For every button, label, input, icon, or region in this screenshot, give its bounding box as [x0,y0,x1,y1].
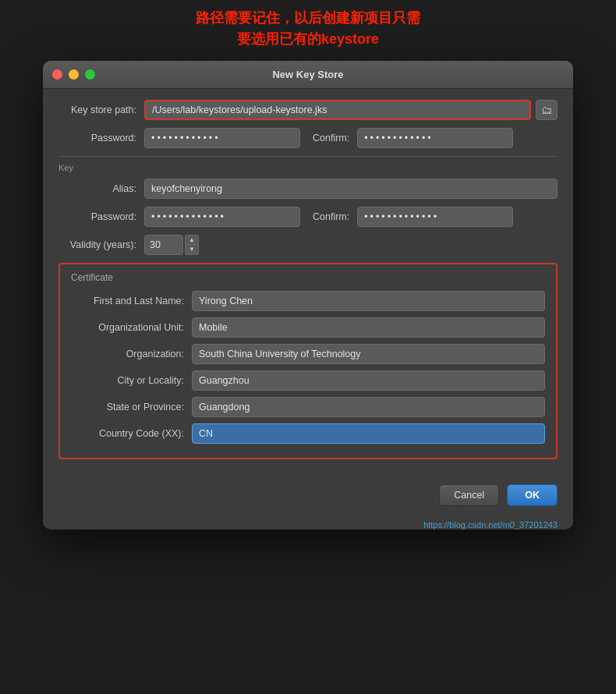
folder-browse-button[interactable]: 🗂 [536,100,558,120]
dialog-title: New Key Store [272,69,343,80]
window-controls [52,69,95,80]
key-password-row: Password: Confirm: [58,207,558,227]
password-input[interactable] [144,128,300,148]
cert-country-label: Country Code (XX): [71,428,192,439]
cert-org-input[interactable] [192,344,545,364]
cert-state-row: State or Province: [71,397,545,417]
minimize-button[interactable] [69,69,79,80]
password-row: Password: Confirm: [58,128,558,148]
maximize-button[interactable] [85,69,95,80]
cert-state-input[interactable] [192,397,545,417]
certificate-title: Certificate [71,272,545,283]
key-confirm-label: Confirm: [313,211,349,222]
cert-first-last-input[interactable] [192,291,545,311]
alias-label: Alias: [58,183,144,194]
key-confirm-input[interactable] [357,207,513,227]
ok-button[interactable]: OK [507,484,558,506]
cert-org-unit-input[interactable] [192,317,545,338]
key-section-title: Key [58,163,558,172]
certificate-section: Certificate First and Last Name: Organiz… [58,263,558,459]
cert-org-row: Organization: [71,344,545,364]
key-password-input[interactable] [144,207,300,227]
title-bar: New Key Store [43,61,573,89]
validity-input[interactable] [144,235,183,255]
cert-country-input[interactable] [192,423,545,444]
alias-input[interactable] [144,179,558,199]
confirm-input[interactable] [357,128,513,148]
cert-country-row: Country Code (XX): [71,423,545,444]
cert-state-label: State or Province: [71,402,192,413]
cert-city-label: City or Locality: [71,375,192,386]
cert-first-last-name-row: First and Last Name: [71,291,545,311]
keystore-path-label: Key store path: [58,104,144,115]
cert-city-input[interactable] [192,370,545,391]
validity-row: Validity (years): ▲ ▼ [58,235,558,255]
dialog-footer: Cancel OK [43,478,573,517]
keystore-path-row: Key store path: 🗂 [58,100,558,120]
dialog-body: Key store path: 🗂 Password: Confirm: Key… [43,89,573,478]
status-bar: https://blog.csdn.net/m0_37201243 [43,517,573,529]
key-password-label: Password: [58,211,144,222]
validity-spinner: ▲ ▼ [185,235,199,255]
cert-city-row: City or Locality: [71,370,545,391]
cert-org-label: Organization: [71,349,192,359]
top-annotation: 路径需要记住，以后创建新项目只需 要选用已有的keystore [43,8,573,50]
dialog-window: New Key Store Key store path: 🗂 Password… [43,61,573,529]
key-section: Key Alias: Password: Confirm: Validity (… [58,156,558,255]
keystore-path-input[interactable] [144,100,531,120]
close-button[interactable] [52,69,62,80]
confirm-label: Confirm: [313,133,349,143]
password-label: Password: [58,133,144,143]
status-url: https://blog.csdn.net/m0_37201243 [423,520,558,529]
validity-label: Validity (years): [58,239,144,250]
alias-row: Alias: [58,179,558,199]
cancel-button[interactable]: Cancel [439,484,499,506]
cert-org-unit-row: Organizational Unit: [71,317,545,338]
cert-org-unit-label: Organizational Unit: [71,322,192,333]
cert-first-last-label: First and Last Name: [71,296,192,306]
validity-down-button[interactable]: ▼ [185,245,199,255]
validity-up-button[interactable]: ▲ [185,235,199,245]
